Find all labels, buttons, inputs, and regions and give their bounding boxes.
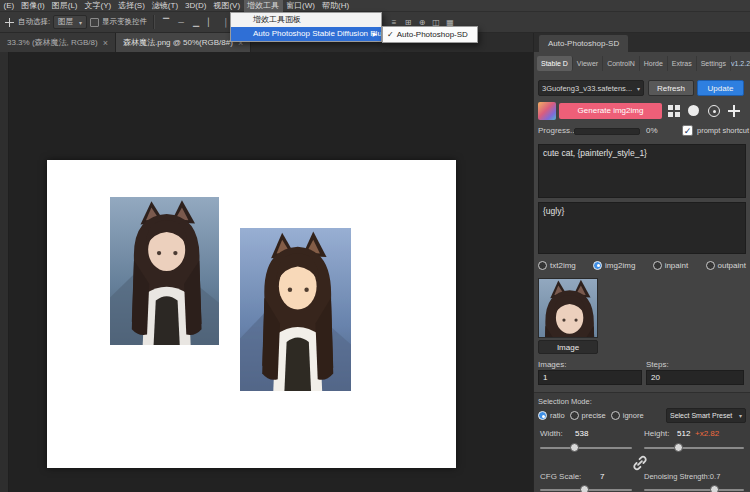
auto-select-label: 自动选择: [18,17,50,27]
prompt-textarea[interactable]: cute cat, {painterly_style_1} [538,144,746,198]
move-tool-icon [4,17,15,28]
menu-item-type[interactable]: 文字(Y) [81,0,115,12]
radio-icon[interactable] [538,411,547,420]
link-dimensions-icon[interactable] [631,454,649,472]
auto-select-value: 图层 [58,17,73,27]
preset-value: Select Smart Preset [670,412,737,419]
plugin-logo [538,102,556,120]
menu-item-edit[interactable]: (E) [0,0,18,12]
cfg-scale-value: 7 [600,472,604,481]
show-transform-checkbox[interactable] [90,18,99,27]
menu-item-window[interactable]: 窗口(W) [283,0,319,12]
panel-tab-bar: Auto-Photoshop-SD [533,33,750,52]
radio-icon[interactable] [611,411,620,420]
generate-button[interactable]: Generate img2img [559,103,662,119]
layout-grid-icon[interactable] [666,103,682,119]
radio-icon[interactable] [570,411,579,420]
version-label: v1.2.2 [731,60,750,67]
mode-label: txt2img [550,261,576,270]
smart-preset-select[interactable]: Select Smart Preset ▾ [666,408,746,423]
menu-item-plugins-panel[interactable]: 增效工具面板 [231,13,381,27]
model-value: 3Guofeng3_v33.safetens... [542,84,635,93]
align-vcenter-icon[interactable]: ─ [175,12,187,33]
document-canvas [47,160,456,468]
generated-image-1 [110,197,219,345]
tab-settings[interactable]: Settings [697,56,731,71]
document-tab-1[interactable]: 33.3% (森林魔法, RGB/8) × [0,33,116,52]
mode-img2img[interactable]: img2img [593,261,635,270]
mode-radio-group: txt2img img2img inpaint outpaint [538,258,746,272]
mode-label: img2img [605,261,635,270]
panel-tab-auto-photoshop-sd[interactable]: Auto-Photoshop-SD [539,35,628,52]
prompt-shortcut-label: prompt shortcut [697,126,749,135]
model-select[interactable]: 3Guofeng3_v33.safetens... ▾ [538,80,644,96]
mode-outpaint[interactable]: outpaint [706,261,746,270]
tab-stable-diffusion[interactable]: Stable D [537,56,573,71]
image-button[interactable]: Image [538,340,598,354]
align-left-icon[interactable]: ▏ [205,12,217,33]
height-slider-track[interactable] [644,447,744,449]
radio-icon[interactable] [653,261,662,270]
images-label: Images: [538,360,566,369]
images-input[interactable]: 1 [538,370,642,385]
width-slider-knob[interactable] [570,443,579,452]
tab-horde[interactable]: Horde [640,56,668,71]
menu-item-help[interactable]: 帮助(H) [318,0,352,12]
close-icon[interactable]: × [103,38,108,48]
align-bottom-icon[interactable]: ▁ [190,12,202,33]
steps-input[interactable]: 20 [646,370,744,385]
mode-label: outpaint [718,261,746,270]
divider [153,15,154,29]
crosshair-icon[interactable] [726,103,742,119]
negative-prompt-textarea[interactable]: {ugly} [538,202,746,254]
tab-viewer[interactable]: Viewer [573,56,603,71]
target-icon[interactable] [706,103,722,119]
chevron-down-icon: ▾ [739,412,742,419]
radio-icon[interactable] [706,261,715,270]
mode-inpaint[interactable]: inpaint [653,261,689,270]
cfg-slider-knob[interactable] [580,485,589,492]
update-button[interactable]: Update [697,80,744,96]
denoise-slider-track[interactable] [644,489,744,491]
canvas-area [0,52,533,492]
cfg-scale-label: CFG Scale: [540,472,581,481]
menu-item-plugins[interactable]: 增效工具 [244,0,283,12]
selection-mode-label: Selection Mode: [538,397,592,406]
height-label: Height: [644,429,669,438]
auto-select-dropdown[interactable]: 图层 ▾ [53,15,87,29]
selection-ratio[interactable]: ratio [538,411,565,420]
refresh-button[interactable]: Refresh [648,80,694,96]
tools-panel-edge [0,52,9,492]
menu-item-layer[interactable]: 图层(L) [48,0,81,12]
menu-bar: (E) 图像(I) 图层(L) 文字(Y) 选择(S) 滤镜(T) 3D(D) … [0,0,750,12]
submenu-item-auto-photoshop-sd[interactable]: ✓Auto-Photoshop-SD [383,27,477,42]
menu-item-view[interactable]: 视图(V) [210,0,244,12]
width-value: 538 [575,429,588,438]
height-slider-knob[interactable] [674,443,683,452]
selection-label: ignore [623,411,644,420]
progress-bar [574,128,640,135]
height-value: 512 [677,429,690,438]
menu-item-auto-photoshop-sd-plugin[interactable]: Auto Photoshop Stable Diffusion Plugin ▶ [231,27,381,41]
tab-extras[interactable]: Extras [668,56,697,71]
width-slider-track[interactable] [540,447,632,449]
mask-circle-icon[interactable] [686,103,702,119]
selection-precise[interactable]: precise [570,411,606,420]
selection-ignore[interactable]: ignore [611,411,644,420]
menu-item-select[interactable]: 选择(S) [115,0,149,12]
menu-item-3d[interactable]: 3D(D) [182,0,210,12]
menu-item-image[interactable]: 图像(I) [18,0,49,12]
width-label: Width: [540,429,563,438]
align-top-icon[interactable]: ▔ [160,12,172,33]
menu-item-filter[interactable]: 滤镜(T) [148,0,181,12]
radio-icon[interactable] [538,261,547,270]
tab-controlnet[interactable]: ControlN [603,56,640,71]
selection-label: ratio [550,411,565,420]
radio-icon[interactable] [593,261,602,270]
prompt-shortcut-checkbox[interactable]: ✓ [682,125,693,136]
mode-txt2img[interactable]: txt2img [538,261,576,270]
chevron-down-icon: ▾ [637,85,640,92]
denoise-slider-knob[interactable] [710,485,719,492]
show-transform-label: 显示变换控件 [102,17,147,27]
scale-factor-value: +x2.82 [695,429,719,438]
